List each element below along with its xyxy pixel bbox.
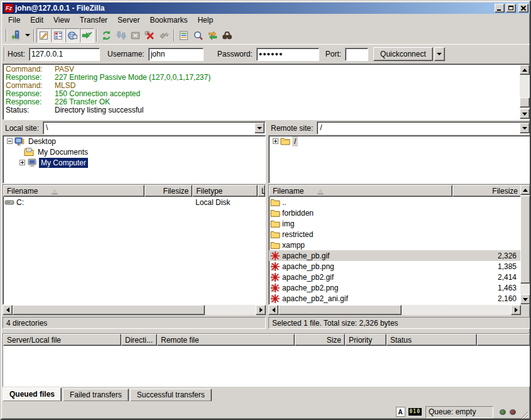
tree-item-my-documents[interactable]: My Documents — [3, 146, 265, 157]
local-site-dropdown[interactable] — [255, 123, 265, 133]
menu-item-transfer[interactable]: Transfer — [75, 14, 112, 26]
arrow-down-icon — [523, 298, 528, 301]
column-header-remote-file[interactable]: Remote file — [157, 334, 295, 346]
site-manager-dropdown[interactable] — [23, 28, 31, 43]
maximize-button[interactable] — [506, 4, 516, 13]
toggle-local-tree-button[interactable] — [51, 28, 65, 43]
reconnect-icon — [159, 30, 170, 41]
column-header-priority[interactable]: Priority — [345, 334, 386, 346]
refresh-button[interactable] — [99, 28, 114, 43]
folder-icon — [270, 219, 280, 229]
menu-item-file[interactable]: File — [3, 14, 25, 26]
remote-list-scrollbar[interactable] — [520, 185, 530, 304]
scroll-left-button[interactable] — [3, 305, 13, 315]
cancel-button[interactable] — [128, 28, 143, 43]
port-input[interactable] — [345, 48, 368, 61]
tree-item-my-computer[interactable]: My Computer — [3, 157, 265, 168]
scroll-down-button[interactable] — [520, 294, 530, 304]
resize-grip[interactable] — [520, 411, 528, 420]
toggle-remote-tree-button[interactable] — [65, 28, 80, 43]
remote-file-row[interactable]: img — [269, 218, 522, 229]
tree-item-root[interactable]: / — [269, 136, 530, 146]
sync-browsing-icon — [207, 30, 218, 41]
scroll-right-button[interactable] — [256, 305, 266, 315]
file-name: apache_pb.png — [282, 262, 454, 271]
transfer-type-ascii-icon[interactable]: A — [396, 407, 405, 417]
remote-file-row-selected[interactable]: apache_pb.gif 2,326 — [269, 250, 522, 261]
scroll-thumb[interactable] — [278, 305, 402, 315]
menu-item-server[interactable]: Server — [112, 14, 145, 26]
username-input[interactable] — [148, 48, 204, 61]
quickconnect-dropdown[interactable] — [434, 47, 445, 61]
remote-file-row[interactable]: restricted — [269, 229, 522, 240]
column-header-server-local-file[interactable]: Server/Local file — [3, 334, 121, 346]
site-manager-button[interactable] — [9, 28, 23, 43]
remote-file-row[interactable]: apache_pb2_ani.gif 2,160 — [269, 293, 522, 304]
local-file-row-c-drive[interactable]: C: Local Disk — [3, 197, 265, 207]
remote-file-row[interactable]: apache_pb2.png 1,463 — [269, 282, 522, 293]
menu-item-view[interactable]: View — [48, 14, 75, 26]
tree-item-desktop[interactable]: Desktop — [3, 136, 265, 146]
column-header-last-modified[interactable]: L — [258, 185, 265, 197]
password-input[interactable] — [256, 48, 319, 61]
column-header-status[interactable]: Status — [386, 334, 477, 346]
scroll-up-button[interactable] — [520, 65, 530, 75]
cancel-icon — [130, 30, 141, 41]
quickconnect-button[interactable]: Quickconnect — [373, 47, 433, 61]
log-scrollbar[interactable] — [520, 65, 530, 119]
disconnect-button[interactable] — [143, 28, 157, 43]
remote-site-combo[interactable]: / — [317, 121, 531, 135]
toggle-message-log-button[interactable] — [36, 28, 51, 43]
close-button[interactable] — [518, 4, 528, 13]
host-input[interactable] — [29, 48, 100, 61]
remote-file-row[interactable]: apache_pb.png 1,385 — [269, 261, 522, 272]
compare-directories-button[interactable] — [191, 28, 205, 43]
filter-button[interactable] — [177, 28, 191, 43]
expand-icon[interactable] — [19, 160, 25, 165]
remote-file-row[interactable]: apache_pb2.gif 2,414 — [269, 272, 522, 282]
remote-file-row[interactable]: .. — [269, 197, 522, 207]
file-size: 2,160 — [454, 294, 522, 303]
scroll-thumb[interactable] — [13, 305, 205, 315]
scroll-right-button[interactable] — [511, 305, 521, 315]
column-label: Size — [327, 336, 341, 345]
process-queue-button[interactable] — [114, 28, 128, 43]
column-header-filesize[interactable]: Filesize — [145, 185, 192, 197]
collapse-icon[interactable] — [7, 138, 13, 144]
remote-site-dropdown[interactable] — [520, 123, 530, 133]
tab-queued-files[interactable]: Queued files — [3, 387, 62, 401]
local-list-hscrollbar[interactable] — [3, 305, 266, 315]
expand-icon[interactable] — [273, 138, 278, 144]
column-header-filesize[interactable]: Filesize — [452, 185, 522, 197]
menu-item-edit[interactable]: Edit — [25, 14, 48, 26]
menu-item-bookmarks[interactable]: Bookmarks — [145, 14, 192, 26]
minimize-button[interactable] — [495, 4, 505, 13]
scroll-thumb[interactable] — [520, 196, 530, 284]
column-header-size[interactable]: Size — [295, 334, 345, 346]
toggle-queue-button[interactable] — [80, 28, 94, 43]
image-file-icon — [270, 283, 280, 293]
remote-list-hscrollbar[interactable] — [268, 305, 521, 315]
my-documents-icon — [24, 147, 34, 157]
remote-file-row[interactable]: forbidden — [269, 207, 522, 218]
scroll-left-button[interactable] — [268, 305, 278, 315]
synchronized-browsing-button[interactable] — [205, 28, 220, 43]
reconnect-button[interactable] — [157, 28, 172, 43]
scroll-up-button[interactable] — [520, 185, 530, 195]
column-label: Remote file — [161, 336, 199, 345]
menu-item-help[interactable]: Help — [192, 14, 218, 26]
image-file-icon — [270, 251, 280, 261]
remote-file-row[interactable]: xampp — [269, 240, 522, 250]
column-header-direction[interactable]: Directi... — [121, 334, 157, 346]
column-header-filetype[interactable]: Filetype — [192, 185, 258, 197]
transfer-type-binary-icon[interactable]: 010 — [408, 408, 422, 416]
tab-successful-transfers[interactable]: Successful transfers — [130, 389, 212, 401]
column-header-filename[interactable]: Filename — [3, 185, 145, 197]
column-label: Server/Local file — [7, 336, 61, 345]
tab-failed-transfers[interactable]: Failed transfers — [63, 389, 129, 401]
local-site-combo[interactable]: \ — [43, 121, 266, 135]
find-files-button[interactable] — [220, 28, 234, 43]
column-header-filename[interactable]: Filename — [269, 185, 452, 197]
scroll-thumb[interactable] — [520, 97, 530, 108]
scroll-down-button[interactable] — [520, 109, 530, 119]
